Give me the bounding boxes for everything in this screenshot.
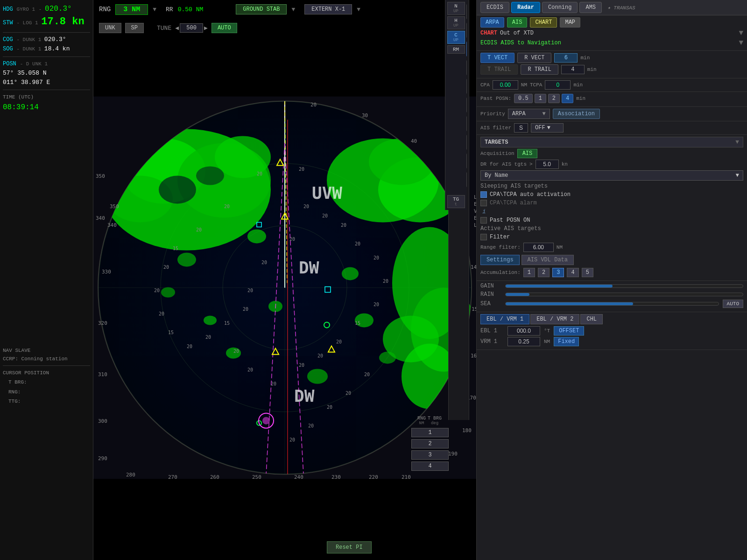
ais-filter-input[interactable] bbox=[514, 123, 528, 133]
chart-btn[interactable]: CHART bbox=[530, 17, 557, 28]
rain-row: RAIN bbox=[480, 291, 743, 298]
rng-value[interactable]: 3 NM bbox=[115, 4, 148, 15]
tg-btn[interactable]: TG t bbox=[447, 195, 465, 208]
c-up-btn[interactable]: C UP bbox=[447, 31, 465, 44]
dr-unit: kn bbox=[562, 161, 568, 167]
svg-text:20: 20 bbox=[154, 288, 160, 293]
range-filter-input[interactable] bbox=[523, 243, 554, 252]
cpa-label: CPA bbox=[480, 82, 490, 88]
sea-auto-btn[interactable]: AUTO bbox=[723, 300, 743, 308]
by-name-dropdown[interactable]: By Name ▼ bbox=[480, 170, 743, 181]
posn-1-btn[interactable]: 1 bbox=[535, 94, 546, 103]
rm-btn[interactable]: RM bbox=[447, 45, 465, 54]
ais-filter-off-dropdown[interactable]: OFF ▼ bbox=[531, 123, 564, 133]
acc-4-btn[interactable]: 4 bbox=[567, 268, 578, 277]
past-posn-on-checkbox[interactable] bbox=[480, 217, 487, 224]
ams-btn[interactable]: AMS bbox=[579, 2, 602, 13]
ebl-vrm1-tab[interactable]: EBL / VRM 1 bbox=[480, 314, 529, 324]
priority-arpa-dropdown[interactable]: ARPA ▼ bbox=[508, 109, 550, 119]
svg-point-29 bbox=[161, 287, 175, 297]
association-btn[interactable]: Association bbox=[553, 109, 600, 119]
chart-alert-text: Out of XTD bbox=[500, 30, 534, 36]
pi-2-btn[interactable]: 2 bbox=[411, 439, 449, 448]
auto-btn[interactable]: AUTO bbox=[211, 23, 237, 33]
offset-btn[interactable]: OFFSET bbox=[554, 326, 584, 336]
filter-checkbox[interactable] bbox=[480, 234, 487, 240]
conning-btn[interactable]: Conning bbox=[542, 2, 578, 13]
t-trail-btn[interactable]: T TRAIL bbox=[480, 64, 518, 75]
ebl-vrm2-tab[interactable]: EBL / VRM 2 bbox=[530, 314, 579, 324]
trail-num-input[interactable]: 4 bbox=[561, 65, 585, 74]
rain-slider[interactable] bbox=[505, 293, 743, 296]
posn-2-btn[interactable]: 2 bbox=[548, 94, 560, 103]
ais-btn[interactable]: AIS bbox=[507, 17, 528, 28]
radar-area[interactable]: 60 70 80 90 20 30 40 340 330 320 310 300… bbox=[93, 0, 476, 560]
fixed-btn[interactable]: Fixed bbox=[554, 337, 579, 346]
ais-filter-section: AIS filter OFF ▼ bbox=[477, 121, 747, 135]
pi-4-btn[interactable]: 4 bbox=[411, 462, 449, 471]
sp-btn[interactable]: SP bbox=[125, 23, 144, 33]
targets-header[interactable]: TARGETS ▼ bbox=[480, 137, 743, 147]
tune-next-btn[interactable]: ▶ bbox=[204, 24, 208, 32]
dr-input[interactable] bbox=[536, 160, 559, 169]
rng-label: RNG bbox=[99, 6, 111, 13]
svg-point-22 bbox=[342, 267, 359, 280]
svg-text:20: 20 bbox=[289, 237, 295, 242]
settings-btn[interactable]: Settings bbox=[480, 255, 520, 265]
svg-point-23 bbox=[307, 369, 328, 384]
svg-text:40: 40 bbox=[411, 138, 417, 144]
svg-text:20: 20 bbox=[299, 363, 304, 368]
map-btn[interactable]: MAP bbox=[560, 17, 580, 28]
extern-dropdown[interactable]: ▼ bbox=[357, 6, 360, 13]
cpa-tcpa-alarm-checkbox[interactable] bbox=[480, 200, 487, 206]
cpa-input[interactable] bbox=[493, 80, 518, 90]
vect-num-input[interactable]: 6 bbox=[554, 53, 578, 63]
vrm1-input[interactable] bbox=[507, 337, 540, 346]
gain-slider[interactable] bbox=[505, 284, 743, 288]
rng-dropdown-arrow[interactable]: ▼ bbox=[153, 6, 156, 13]
acq-ais-btn[interactable]: AIS bbox=[517, 149, 538, 158]
svg-text:20: 20 bbox=[163, 265, 169, 270]
extern-btn[interactable]: EXTERN X-1 bbox=[304, 4, 352, 14]
ecdis-btn[interactable]: ECDIS bbox=[480, 2, 509, 13]
svg-text:320: 320 bbox=[98, 320, 107, 326]
info-icon: i bbox=[480, 208, 488, 215]
acc-2-btn[interactable]: 2 bbox=[538, 268, 550, 277]
n-up-btn[interactable]: N UP bbox=[447, 2, 465, 15]
stab-btn[interactable]: GROUND STAB bbox=[236, 4, 287, 14]
pi-section: RNG NM T BRG deg 1 2 3 4 bbox=[411, 416, 448, 471]
svg-text:260: 260 bbox=[210, 474, 219, 479]
r-trail-btn[interactable]: R TRAIL bbox=[521, 64, 558, 75]
arpa-btn[interactable]: ARPA bbox=[480, 17, 504, 28]
reset-pi-btn[interactable]: Reset PI bbox=[327, 541, 372, 553]
posn-4-btn[interactable]: 4 bbox=[562, 94, 573, 103]
pi-rng-unit: NM bbox=[417, 421, 426, 426]
svg-text:230: 230 bbox=[331, 474, 341, 479]
sea-slider[interactable] bbox=[505, 302, 719, 306]
tcpa-input[interactable] bbox=[545, 80, 571, 90]
svg-text:20: 20 bbox=[383, 279, 388, 284]
t-vect-btn[interactable]: T VECT bbox=[480, 53, 514, 63]
acc-3-btn[interactable]: 3 bbox=[552, 268, 564, 277]
acc-5-btn[interactable]: 5 bbox=[582, 268, 593, 277]
trail-unit: min bbox=[587, 67, 597, 72]
top-bar: RNG 3 NM ▼ RR 0.50 NM GROUND STAB ▼ EXTE… bbox=[93, 0, 448, 19]
acc-1-btn[interactable]: 1 bbox=[523, 268, 535, 277]
tune-prev-btn[interactable]: ◀ bbox=[175, 24, 179, 32]
stab-dropdown[interactable]: ▼ bbox=[291, 6, 295, 13]
sea-row: SEA AUTO bbox=[480, 300, 743, 308]
chart-alert: CHART bbox=[480, 30, 497, 36]
ais-vdl-btn[interactable]: AIS VDL Data bbox=[521, 255, 574, 265]
unk-btn[interactable]: UNK bbox=[99, 23, 121, 33]
chart-alert-dropdown[interactable]: ▼ bbox=[739, 29, 743, 37]
ebl1-input[interactable] bbox=[507, 326, 540, 336]
h-up-btn[interactable]: H UP bbox=[447, 16, 465, 29]
ecdis-aids-dropdown[interactable]: ▼ bbox=[739, 39, 743, 47]
chl-tab[interactable]: CHL bbox=[580, 314, 603, 324]
radar-btn[interactable]: Radar bbox=[511, 2, 540, 13]
pi-1-btn[interactable]: 1 bbox=[411, 428, 449, 437]
pi-3-btn[interactable]: 3 bbox=[411, 450, 449, 460]
r-vect-btn[interactable]: R VECT bbox=[517, 53, 551, 63]
posn-05-btn[interactable]: 0.5 bbox=[514, 94, 533, 103]
cpa-tcpa-auto-checkbox[interactable] bbox=[480, 191, 487, 198]
